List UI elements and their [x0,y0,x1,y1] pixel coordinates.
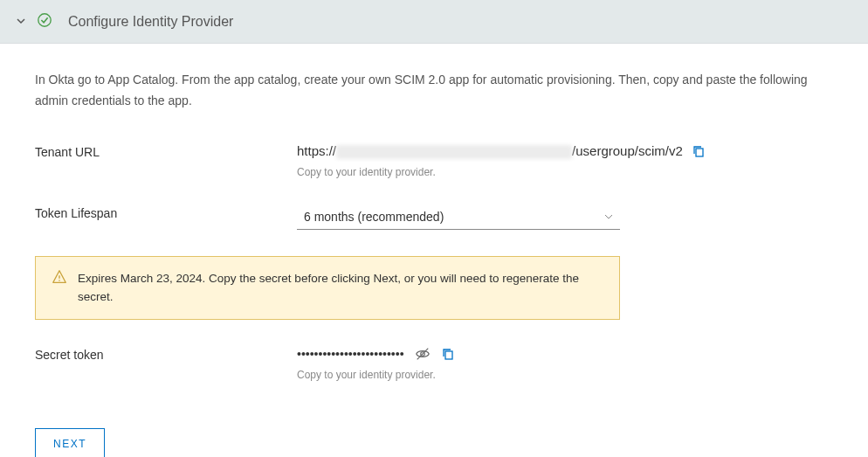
token-lifespan-selected: 6 months (recommended) [304,210,444,224]
tenant-url-prefix: https:// [297,143,336,158]
next-button[interactable]: NEXT [35,428,105,457]
panel-title: Configure Identity Provider [68,14,233,30]
copy-icon[interactable] [441,347,455,361]
eye-off-icon[interactable] [415,346,431,362]
svg-point-3 [59,280,60,281]
tenant-url-helper: Copy to your identity provider. [297,166,833,178]
intro-text: In Okta go to App Catalog. From the app … [35,70,833,112]
secret-token-label: Secret token [35,346,297,362]
tenant-url-row: Tenant URL https:///usergroup/scim/v2 Co… [35,143,833,178]
warning-text: Expires March 23, 2024. Copy the secret … [78,269,603,307]
secret-token-row: Secret token ••••••••••••••••••••••••• C… [35,346,833,381]
svg-rect-6 [445,351,452,359]
chevron-down-icon [604,210,613,224]
token-lifespan-row: Token Lifespan 6 months (recommended) [35,204,833,230]
chevron-down-icon [16,15,26,29]
secret-token-value: ••••••••••••••••••••••••• [297,347,404,361]
svg-rect-1 [696,149,703,156]
tenant-url-redacted [336,145,572,159]
secret-token-helper: Copy to your identity provider. [297,369,833,381]
tenant-url-suffix: /usergroup/scim/v2 [572,143,683,158]
svg-line-5 [417,349,428,360]
warning-alert: Expires March 23, 2024. Copy the secret … [35,256,620,320]
token-lifespan-label: Token Lifespan [35,204,297,220]
tenant-url-value: https:///usergroup/scim/v2 [297,143,833,159]
warning-icon [52,269,67,307]
panel-content: In Okta go to App Catalog. From the app … [0,44,868,457]
token-lifespan-select[interactable]: 6 months (recommended) [297,204,620,230]
svg-point-0 [38,14,51,26]
panel-header[interactable]: Configure Identity Provider [0,0,868,44]
check-circle-icon [37,12,52,31]
tenant-url-label: Tenant URL [35,143,297,159]
copy-icon[interactable] [692,144,706,158]
